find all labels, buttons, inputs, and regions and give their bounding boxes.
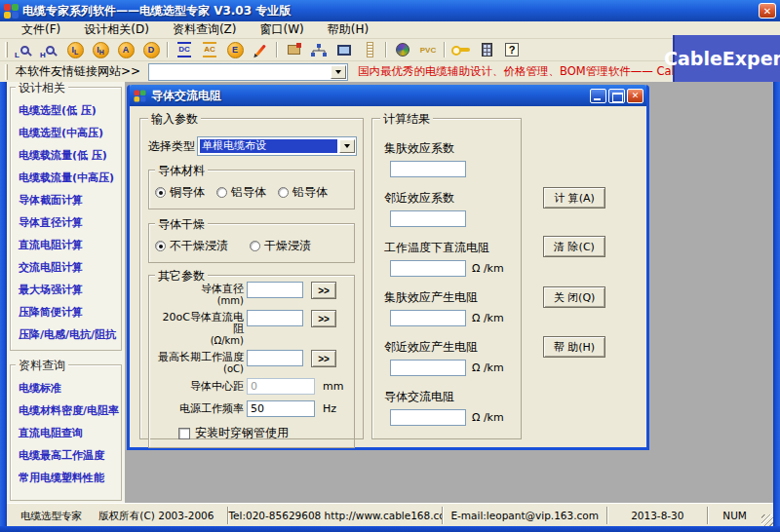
proximity-effect-coefficient-output[interactable]	[390, 210, 466, 227]
skin-effect-coefficient-output[interactable]	[390, 161, 466, 177]
radio-lead[interactable]: 铅导体	[278, 184, 328, 201]
statusbar-email-panel: E-mail:leopant@vip.163.com	[442, 507, 607, 524]
dialog-title: 导体交流电阻	[151, 88, 221, 104]
ampacity-mv-button[interactable]: IH	[88, 40, 113, 60]
dc-resistance-more-button[interactable]: >>	[311, 310, 336, 327]
sidebar-item-max-working-temp[interactable]: 电缆最高工作温度	[11, 444, 121, 467]
menu-lookup[interactable]: 资料查询(Z)	[161, 21, 249, 38]
voltage-drop-button[interactable]	[248, 40, 273, 60]
sidebar-item-voltage-drop-simple[interactable]: 压降简便计算	[11, 301, 121, 323]
type-combobox[interactable]: 单根电缆布设	[197, 136, 357, 156]
skin-effect-resistance-output[interactable]	[390, 310, 466, 326]
sidebar-item-cable-select-lv[interactable]: 电缆选型(低 压)	[11, 99, 121, 122]
result-label: 邻近效应系数	[384, 190, 521, 207]
toolbar-separator	[385, 42, 387, 57]
param-label: 导体直径	[153, 284, 244, 295]
sidebar-group-title: 设计相关	[16, 82, 68, 96]
sidebar-item-drop-inductance-impedance[interactable]: 压降/电感/电抗/阻抗	[11, 323, 121, 346]
calculator-button[interactable]	[474, 40, 499, 60]
help-dialog-button[interactable]: 帮 助(H)	[543, 336, 605, 358]
sidebar-item-ac-resistance-calc[interactable]: 交流电阻计算	[11, 256, 121, 279]
ac-resistance-output[interactable]	[390, 409, 466, 426]
dc-resistance-button[interactable]: DC	[172, 40, 197, 60]
dc-lookup-button[interactable]	[332, 40, 357, 60]
menu-design[interactable]: 设计相关(D)	[72, 21, 161, 38]
radio-dry-impregnated[interactable]: 干燥浸渍	[250, 238, 311, 254]
frequency-input[interactable]	[247, 400, 315, 417]
window-close-button[interactable]: ✕	[759, 3, 776, 19]
type-select-label: 选择类型	[148, 138, 197, 155]
dialog-minimize-button[interactable]	[590, 89, 606, 103]
calculator-icon	[482, 43, 492, 57]
other-parameters-group: 其它参数 导体直径 (mm) >> 20oC导体直流电阻 (Ω/km)	[148, 275, 355, 448]
resize-grip[interactable]	[761, 514, 773, 526]
sidebar-item-dc-resistance-lookup[interactable]: 直流电阻查询	[11, 422, 121, 444]
cable-standard-button[interactable]	[281, 40, 306, 60]
radio-copper[interactable]: 铜导体	[155, 184, 205, 201]
calculate-button[interactable]: 计 算(A)	[543, 187, 605, 209]
window-border-left	[0, 82, 7, 526]
window-title: 电缆专家系列软件——电缆选型专家 V3.03 专业版	[22, 3, 291, 19]
statusbar: 电缆选型专家 版权所有(C) 2003-2006 Tel:020-8562960…	[7, 503, 773, 526]
sidebar-item-dc-resistance-calc[interactable]: 直流电阻计算	[11, 234, 121, 256]
package-icon	[288, 45, 300, 55]
sidebar-item-max-field-calc[interactable]: 最大场强计算	[11, 279, 121, 301]
material-density-button[interactable]	[306, 40, 332, 60]
app-icon	[4, 4, 19, 19]
sidebar-item-section-calc[interactable]: 导体截面计算	[11, 189, 121, 211]
menu-help[interactable]: 帮助(H)	[316, 21, 380, 38]
clear-button[interactable]: 清 除(C)	[543, 236, 605, 257]
menu-window[interactable]: 窗口(W)	[248, 21, 315, 38]
combobox-dropdown-button[interactable]	[331, 65, 346, 79]
dc-resistance-20c-input[interactable]	[247, 310, 303, 326]
dc-icon: DC	[177, 42, 191, 57]
center-distance-input[interactable]	[247, 378, 315, 395]
sidebar: 设计相关 电缆选型(低 压) 电缆选型(中高压) 电缆载流量(低 压) 电缆载流…	[7, 82, 125, 503]
radio-icon	[216, 187, 227, 198]
group-title: 输入参数	[148, 111, 201, 128]
conductor-section-button[interactable]: A	[113, 40, 138, 60]
max-temp-more-button[interactable]: >>	[311, 350, 336, 367]
ac-resistance-button[interactable]: AC	[197, 40, 222, 60]
conductor-diameter-input[interactable]	[247, 282, 303, 298]
network-icon	[311, 44, 327, 57]
dc-resistance-at-temp-output[interactable]	[390, 260, 466, 277]
sidebar-item-ampacity-mv[interactable]: 电缆载流量(中高压)	[11, 167, 121, 189]
menu-file[interactable]: 文件(F)	[10, 21, 72, 38]
radio-icon	[278, 187, 289, 198]
toolbar-grip[interactable]	[5, 42, 8, 57]
sidebar-item-ampacity-lv[interactable]: 电缆载流量(低 压)	[11, 144, 121, 167]
field-strength-button[interactable]: E	[222, 40, 248, 60]
ampacity-lv-button[interactable]: IL	[62, 40, 88, 60]
help-button[interactable]: ?	[499, 40, 525, 60]
conductor-diameter-button[interactable]: D	[138, 40, 164, 60]
sidebar-item-diameter-calc[interactable]: 导体直径计算	[11, 211, 121, 234]
sidebar-item-cable-standard[interactable]: 电缆标准	[11, 377, 121, 399]
sidebar-item-plastic-properties[interactable]: 常用电缆塑料性能	[11, 467, 121, 489]
max-temperature-button[interactable]	[357, 40, 382, 60]
sidebar-item-material-density[interactable]: 电缆材料密度/电阻率	[11, 399, 121, 422]
result-block: 集肤效应系数	[372, 140, 521, 177]
param-unit: (Ω/km)	[153, 335, 244, 347]
cable-select-lv-button[interactable]: L	[12, 40, 37, 60]
plastic-properties-button[interactable]	[390, 40, 415, 60]
register-button[interactable]	[448, 40, 474, 60]
proximity-effect-resistance-output[interactable]	[390, 360, 466, 376]
radio-aluminum[interactable]: 铝导体	[216, 184, 266, 201]
conductor-diameter-more-button[interactable]: >>	[311, 282, 336, 299]
radio-non-dry-impregnated[interactable]: 不干燥浸渍	[155, 238, 228, 254]
input-parameters-group: 输入参数 选择类型 单根电缆布设 导体材料 铜导体 铝导体 铅导体	[139, 118, 364, 439]
sidebar-item-cable-select-mv[interactable]: 电缆选型(中高压)	[11, 122, 121, 144]
close-button[interactable]: 关 闭(Q)	[543, 286, 605, 308]
dialog-close-button[interactable]: ✕	[627, 89, 644, 103]
steel-pipe-checkbox[interactable]	[178, 428, 190, 439]
pvc-button[interactable]: PVC	[415, 40, 441, 60]
cable-select-mv-button[interactable]: H	[37, 40, 62, 60]
max-working-temp-input[interactable]	[247, 350, 303, 366]
dialog-titlebar[interactable]: 导体交流电阻 ✕	[130, 85, 646, 106]
globe-icon	[396, 43, 410, 57]
type-combobox-dropdown-button[interactable]	[339, 139, 355, 153]
website-combobox[interactable]	[148, 63, 348, 81]
linkbar-grip[interactable]	[5, 64, 8, 80]
dialog-maximize-button[interactable]	[608, 89, 625, 103]
